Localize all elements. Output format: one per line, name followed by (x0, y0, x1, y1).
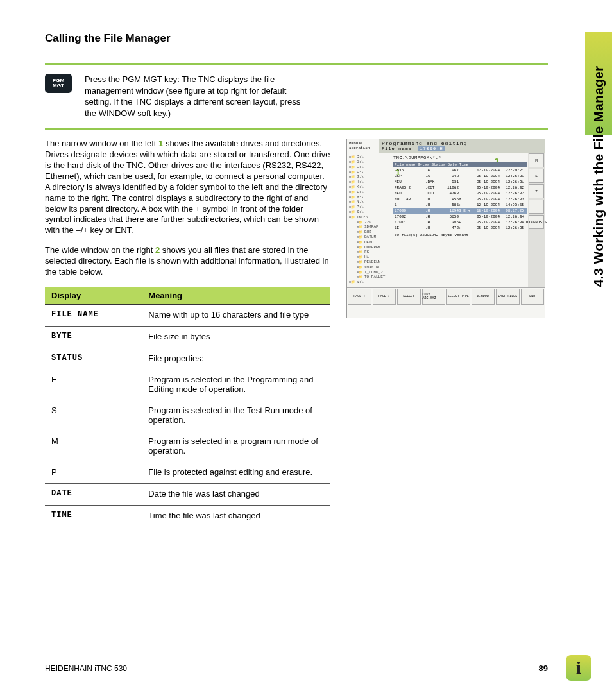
product-name: HEIDENHAIN iTNC 530 (45, 664, 127, 673)
bottom-buttons: PAGE ⇑PAGE ⇓SELECTCOPY ABC→XYZSELECT TYP… (347, 287, 545, 305)
right-buttons: MSTDIAGNOSIS (528, 153, 545, 287)
table-row: FILE NAMEName with up to 16 characters a… (45, 304, 330, 326)
table-row: MProgram is selected in a program run mo… (45, 431, 330, 462)
info-icon: i (566, 655, 591, 681)
table-row: SProgram is selected in the Test Run mod… (45, 400, 330, 431)
page-heading: Calling the File Manager (45, 32, 548, 45)
footer: HEIDENHAIN iTNC 530 89 (45, 663, 548, 673)
table-row: STATUSFile properties: (45, 348, 330, 370)
table-row: TIMETime the file was last changed (45, 505, 330, 527)
pgm-mgt-key: PGM MGT (45, 74, 72, 93)
divider (45, 128, 548, 130)
table-row: DATEDate the file was last changed (45, 483, 330, 505)
side-tab: 4.3 Working with the File Manager (585, 32, 612, 321)
page-number: 89 (539, 663, 548, 673)
table-row: EProgram is selected in the Programming … (45, 370, 330, 400)
screenshot: 1 2 Manual operation Programming and edi… (346, 139, 545, 318)
table-row: PFile is protected against editing and e… (45, 462, 330, 484)
section-title: 4.3 Working with the File Manager (591, 66, 606, 287)
paragraph-2: The wide window on the right 2 shows you… (45, 245, 330, 278)
th-display: Display (45, 287, 142, 305)
intro-text: Press the PGM MGT key: The TNC displays … (85, 74, 303, 119)
th-meaning: Meaning (142, 287, 330, 305)
table-row: BYTEFile size in bytes (45, 326, 330, 348)
paragraph-1: The narrow window on the left 1 shows th… (45, 139, 330, 236)
drive-tree: C:\D:\E:\F:\G:\H:\K:\L:\M:\N:\P:\S:\TNC:… (347, 153, 392, 287)
display-table: Display Meaning FILE NAMEName with up to… (45, 287, 330, 527)
